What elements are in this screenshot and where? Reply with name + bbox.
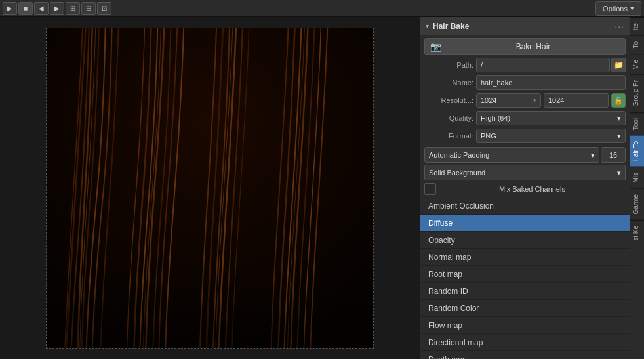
sidebar-tab-to[interactable]: To — [630, 35, 644, 54]
toolbar-btn-grid2[interactable]: ⊟ — [81, 2, 96, 15]
sidebar-tab-ite[interactable]: Ite — [630, 17, 644, 35]
path-label: Path: — [424, 61, 473, 69]
toolbar-btn-grid1[interactable]: ⊞ — [66, 2, 80, 15]
sidebar-tab-st-ke[interactable]: st Ke — [630, 220, 644, 246]
format-label: Format: — [424, 132, 473, 140]
solid-bg-select[interactable]: Solid Background ▾ — [424, 165, 626, 180]
quality-chevron-icon: ▾ — [617, 114, 621, 123]
toolbar-btn-back[interactable]: ◀ — [34, 2, 49, 15]
hair-preview — [47, 28, 373, 348]
path-browse-button[interactable]: 📁 — [611, 58, 626, 72]
options-chevron: ▾ — [630, 4, 634, 12]
path-row: Path: / 📁 — [424, 57, 626, 73]
main-content: ▾ Hair Bake ··· 📷 Bake Hair Path: / 📁 Na… — [0, 17, 644, 359]
sidebar-tab-garme[interactable]: Garme — [630, 188, 644, 220]
resolution-row: Resolut...: 1024 ▾ 1024 🔒 — [424, 93, 626, 108]
resolution-x-input[interactable]: 1024 ▾ — [476, 93, 541, 108]
mix-checkbox[interactable] — [424, 183, 436, 195]
path-value-group: / 📁 — [476, 58, 626, 72]
format-value: PNG — [481, 132, 496, 140]
bake-btn-label: Bake Hair — [447, 42, 620, 51]
resolution-lock-button[interactable]: 🔒 — [611, 93, 626, 108]
camera-icon: 📷 — [430, 41, 441, 52]
mix-baked-row: Mix Baked Channels — [420, 180, 630, 198]
quality-label: Quality: — [424, 114, 473, 122]
section-dots[interactable]: ··· — [614, 21, 624, 32]
sidebar-tab-group-pr[interactable]: Group Pr — [630, 74, 644, 112]
section-header: ▾ Hair Bake ··· — [420, 17, 630, 35]
section-chevron-icon[interactable]: ▾ — [426, 22, 429, 30]
bake-hair-button[interactable]: 📷 Bake Hair — [424, 38, 626, 55]
top-toolbar: ▶ ■ ◀ ▶ ⊞ ⊟ ⊡ Options ▾ — [0, 0, 644, 17]
quality-row: Quality: High (64) ▾ — [424, 110, 626, 126]
path-value[interactable]: / — [476, 58, 610, 72]
format-chevron-icon: ▾ — [617, 132, 621, 140]
padding-label: Automatic Padding — [429, 151, 489, 159]
quality-select[interactable]: High (64) ▾ — [476, 111, 626, 125]
sidebar-tab-vie[interactable]: Vie — [630, 54, 644, 74]
channel-item-ambient-occlusion[interactable]: Ambient Occlusion — [420, 198, 630, 215]
options-label: Options — [603, 5, 628, 12]
toolbar-btn-square[interactable]: ■ — [18, 2, 33, 15]
canvas-area — [0, 17, 420, 359]
resolution-y-input[interactable]: 1024 — [544, 93, 609, 108]
properties-area: 📷 Bake Hair Path: / 📁 Name: hair_bake Re… — [420, 35, 630, 146]
resolution-label: Resolut...: — [424, 96, 473, 104]
options-button[interactable]: Options ▾ — [595, 1, 641, 16]
channel-item-normal-map[interactable]: Normal map — [420, 249, 630, 266]
toolbar-btn-forward[interactable]: ▶ — [50, 2, 64, 15]
toolbar-btn-grid3[interactable]: ⊡ — [97, 2, 111, 15]
sidebar-tab-hair-to[interactable]: Hair To — [630, 135, 644, 167]
padding-row: Automatic Padding ▾ 16 — [420, 146, 630, 163]
sidebar-tab-mis[interactable]: Mis — [630, 167, 644, 188]
channel-item-depth-map[interactable]: Depth map — [420, 351, 630, 359]
channel-list[interactable]: Ambient OcclusionDiffuseOpacityNormal ma… — [420, 198, 630, 359]
format-row: Format: PNG ▾ — [424, 128, 626, 144]
name-value[interactable]: hair_bake — [476, 75, 626, 90]
solid-bg-chevron-icon: ▾ — [617, 169, 621, 177]
canvas-image — [46, 28, 374, 349]
name-row: Name: hair_bake — [424, 75, 626, 91]
mix-label: Mix Baked Channels — [439, 185, 626, 193]
format-select[interactable]: PNG ▾ — [476, 129, 626, 143]
channel-item-diffuse[interactable]: Diffuse — [420, 215, 630, 232]
channel-item-opacity[interactable]: Opacity — [420, 232, 630, 249]
padding-select[interactable]: Automatic Padding ▾ — [424, 147, 599, 163]
solid-background-row: Solid Background ▾ — [420, 163, 630, 180]
channel-item-root-map[interactable]: Root map — [420, 266, 630, 283]
toolbar-btn-play[interactable]: ▶ — [3, 2, 17, 15]
res-x-chevron: ▾ — [533, 97, 536, 104]
sidebar-tab-tool[interactable]: Tool — [630, 112, 644, 135]
name-label: Name: — [424, 79, 473, 87]
svg-rect-1 — [47, 276, 373, 348]
right-panel: ▾ Hair Bake ··· 📷 Bake Hair Path: / 📁 Na… — [420, 17, 630, 359]
section-title: Hair Bake — [433, 22, 469, 31]
right-tabs: IteToVieGroup PrToolHair ToMisGarmest Ke — [630, 17, 644, 359]
channel-item-random-color[interactable]: Random Color — [420, 300, 630, 317]
channel-item-directional-map[interactable]: Directional map — [420, 334, 630, 351]
padding-chevron-icon: ▾ — [591, 151, 595, 159]
padding-number[interactable]: 16 — [601, 147, 626, 163]
channel-item-flow-map[interactable]: Flow map — [420, 317, 630, 334]
solid-bg-label: Solid Background — [429, 169, 485, 177]
channel-item-random-id[interactable]: Random ID — [420, 283, 630, 300]
quality-value: High (64) — [481, 114, 510, 122]
